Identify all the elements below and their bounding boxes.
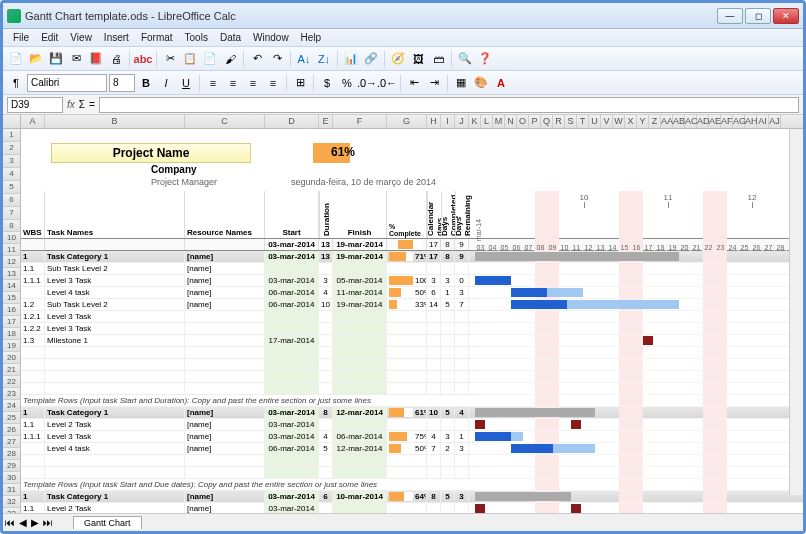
row-header-25[interactable]: 25 (3, 412, 21, 424)
row-header-19[interactable]: 19 (3, 340, 21, 352)
equals-icon[interactable]: = (89, 99, 95, 110)
col-header-I[interactable]: I (441, 115, 455, 128)
row-header-16[interactable]: 16 (3, 304, 21, 316)
row-header-31[interactable]: 31 (3, 484, 21, 496)
row-header-22[interactable]: 22 (3, 376, 21, 388)
paste-icon[interactable]: 📄 (201, 50, 219, 68)
fontcolor-icon[interactable]: A (492, 74, 510, 92)
row-header-17[interactable]: 17 (3, 316, 21, 328)
hyperlink-icon[interactable]: 🔗 (362, 50, 380, 68)
copy-icon[interactable]: 📋 (181, 50, 199, 68)
font-name-select[interactable]: Calibri (27, 74, 107, 92)
col-header-O[interactable]: O (517, 115, 529, 128)
row-header-5[interactable]: 5 (3, 181, 21, 194)
new-icon[interactable]: 📄 (7, 50, 25, 68)
email-icon[interactable]: ✉ (67, 50, 85, 68)
col-header-C[interactable]: C (185, 115, 265, 128)
row-header-29[interactable]: 29 (3, 460, 21, 472)
col-header-D[interactable]: D (265, 115, 319, 128)
menu-help[interactable]: Help (295, 32, 328, 43)
gallery-icon[interactable]: 🖼 (409, 50, 427, 68)
underline-icon[interactable]: U (177, 74, 195, 92)
row-header-7[interactable]: 7 (3, 207, 21, 220)
col-header-E[interactable]: E (319, 115, 333, 128)
col-header-U[interactable]: U (589, 115, 601, 128)
pdf-icon[interactable]: 📕 (87, 50, 105, 68)
tab-prev-icon[interactable]: ◀ (17, 517, 29, 528)
row-header-28[interactable]: 28 (3, 448, 21, 460)
align-center-icon[interactable]: ≡ (224, 74, 242, 92)
col-header-AB[interactable]: AB (673, 115, 685, 128)
row-header-21[interactable]: 21 (3, 364, 21, 376)
undo-icon[interactable]: ↶ (248, 50, 266, 68)
row-header-33[interactable]: 33 (3, 508, 21, 513)
row-header-10[interactable]: 10 (3, 232, 21, 244)
print-icon[interactable]: 🖨 (107, 50, 125, 68)
col-header-V[interactable]: V (601, 115, 613, 128)
datasource-icon[interactable]: 🗃 (429, 50, 447, 68)
col-header-AI[interactable]: AI (757, 115, 769, 128)
row-header-8[interactable]: 8 (3, 220, 21, 232)
col-header-J[interactable]: J (455, 115, 469, 128)
col-header-AJ[interactable]: AJ (769, 115, 781, 128)
indent-dec-icon[interactable]: ⇤ (405, 74, 423, 92)
menu-file[interactable]: File (7, 32, 35, 43)
menu-format[interactable]: Format (135, 32, 179, 43)
merge-cells-icon[interactable]: ⊞ (291, 74, 309, 92)
bgcolor-icon[interactable]: 🎨 (472, 74, 490, 92)
row-header-6[interactable]: 6 (3, 194, 21, 207)
format-paint-icon[interactable]: 🖌 (221, 50, 239, 68)
select-all-corner[interactable] (3, 115, 21, 128)
align-right-icon[interactable]: ≡ (244, 74, 262, 92)
fx-icon[interactable]: fx (67, 99, 75, 110)
col-header-AG[interactable]: AG (733, 115, 745, 128)
menu-tools[interactable]: Tools (179, 32, 214, 43)
row-header-15[interactable]: 15 (3, 292, 21, 304)
row-header-12[interactable]: 12 (3, 256, 21, 268)
col-header-F[interactable]: F (333, 115, 387, 128)
col-header-R[interactable]: R (553, 115, 565, 128)
col-header-T[interactable]: T (577, 115, 589, 128)
sum-icon[interactable]: Σ (79, 99, 85, 110)
bold-icon[interactable]: B (137, 74, 155, 92)
styles-icon[interactable]: ¶ (7, 74, 25, 92)
menu-window[interactable]: Window (247, 32, 295, 43)
row-header-3[interactable]: 3 (3, 155, 21, 168)
row-header-4[interactable]: 4 (3, 168, 21, 181)
decimal-add-icon[interactable]: .0→ (358, 74, 376, 92)
help-icon[interactable]: ❓ (476, 50, 494, 68)
row-header-30[interactable]: 30 (3, 472, 21, 484)
indent-inc-icon[interactable]: ⇥ (425, 74, 443, 92)
col-header-P[interactable]: P (529, 115, 541, 128)
navigator-icon[interactable]: 🧭 (389, 50, 407, 68)
row-header-23[interactable]: 23 (3, 388, 21, 400)
borders-icon[interactable]: ▦ (452, 74, 470, 92)
col-header-A[interactable]: A (21, 115, 45, 128)
align-justify-icon[interactable]: ≡ (264, 74, 282, 92)
zoom-icon[interactable]: 🔍 (456, 50, 474, 68)
currency-icon[interactable]: $ (318, 74, 336, 92)
row-header-18[interactable]: 18 (3, 328, 21, 340)
row-header-2[interactable]: 2 (3, 142, 21, 155)
row-header-11[interactable]: 11 (3, 244, 21, 256)
col-header-H[interactable]: H (427, 115, 441, 128)
vertical-scrollbar[interactable] (789, 129, 803, 495)
col-header-N[interactable]: N (505, 115, 517, 128)
col-header-K[interactable]: K (469, 115, 481, 128)
col-header-Q[interactable]: Q (541, 115, 553, 128)
col-header-AE[interactable]: AE (709, 115, 721, 128)
col-header-L[interactable]: L (481, 115, 493, 128)
italic-icon[interactable]: I (157, 74, 175, 92)
menu-insert[interactable]: Insert (98, 32, 135, 43)
row-header-1[interactable]: 1 (3, 129, 21, 142)
maximize-button[interactable]: ◻ (745, 8, 771, 24)
col-header-W[interactable]: W (613, 115, 625, 128)
tab-last-icon[interactable]: ⏭ (41, 517, 55, 528)
row-header-14[interactable]: 14 (3, 280, 21, 292)
sort-asc-icon[interactable]: A↓ (295, 50, 313, 68)
col-header-X[interactable]: X (625, 115, 637, 128)
row-header-20[interactable]: 20 (3, 352, 21, 364)
col-header-G[interactable]: G (387, 115, 427, 128)
save-icon[interactable]: 💾 (47, 50, 65, 68)
percent-icon[interactable]: % (338, 74, 356, 92)
